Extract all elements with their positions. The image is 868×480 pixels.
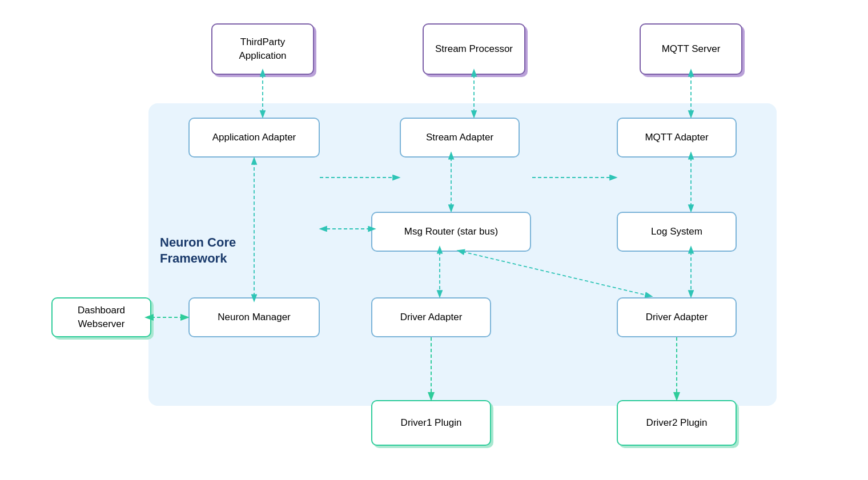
neuron-manager-node: Neuron Manager	[188, 297, 320, 337]
stream-adapter-node: Stream Adapter	[400, 118, 520, 158]
log-system-node: Log System	[617, 212, 737, 252]
driver-adapter2-node: Driver Adapter	[617, 297, 737, 337]
driver1-plugin-node: Driver1 Plugin	[371, 400, 491, 446]
thirdparty-node: ThirdParty Application	[211, 23, 314, 75]
mqtt-server-node: MQTT Server	[640, 23, 742, 75]
driver2-plugin-node: Driver2 Plugin	[617, 400, 737, 446]
stream-processor-node: Stream Processor	[423, 23, 525, 75]
msg-router-node: Msg Router (star bus)	[371, 212, 531, 252]
diagram-container: Neuron CoreFramework ThirdParty Applicat…	[34, 12, 834, 469]
driver-adapter1-node: Driver Adapter	[371, 297, 491, 337]
mqtt-adapter-node: MQTT Adapter	[617, 118, 737, 158]
dashboard-node: Dashboard Webserver	[51, 297, 151, 337]
app-adapter-node: Application Adapter	[188, 118, 320, 158]
framework-label: Neuron CoreFramework	[160, 235, 236, 267]
